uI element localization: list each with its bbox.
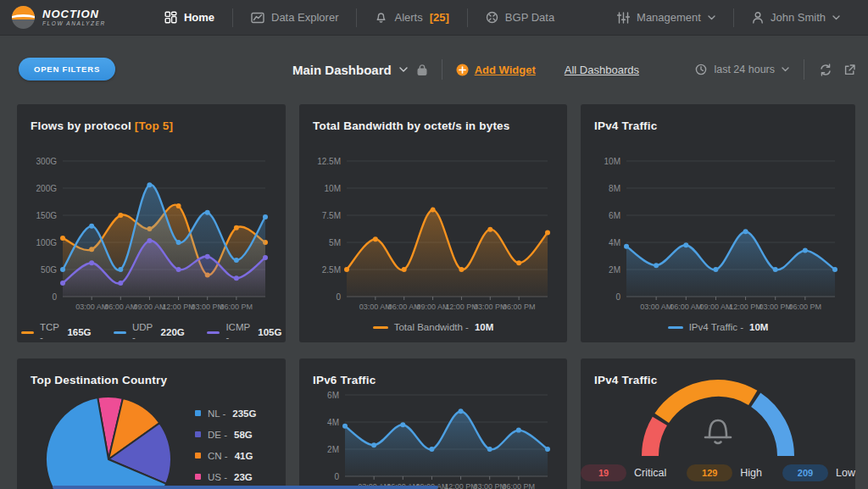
nav-item-label: Alerts	[394, 11, 422, 24]
open-filters-button[interactable]: OPEN FILTERS	[19, 58, 115, 81]
legend-swatch	[373, 326, 388, 329]
svg-text:6M: 6M	[609, 211, 620, 220]
legend-item-us[interactable]: US - 23G	[195, 466, 256, 487]
ipv6-traffic-chart[interactable]: 6M4M2M003:00 AM06:00 AM09:00 AM12:00 PM0…	[313, 390, 554, 489]
legend-item-tcp[interactable]: TCP - 165G	[21, 322, 92, 342]
legend-item-de[interactable]: DE - 58G	[195, 424, 256, 445]
svg-text:4M: 4M	[327, 418, 339, 427]
bell-icon	[375, 11, 387, 24]
legend-swatch	[668, 326, 683, 329]
svg-text:300G: 300G	[36, 157, 58, 166]
widget-ipv4-traffic: IPv4 Traffic 10M8M6M4M2M003:00 AM06:00 A…	[581, 104, 855, 342]
nav-item-alerts[interactable]: Alerts [25]	[357, 0, 466, 35]
svg-text:06:00 AM: 06:00 AM	[670, 303, 702, 311]
chart-icon	[251, 12, 264, 24]
brand-logo[interactable]: NOCTION FLOW ANALYZER	[12, 6, 106, 29]
management-label: Management	[637, 11, 701, 24]
nav-item-data-explorer[interactable]: Data Explorer	[233, 0, 356, 35]
svg-text:0: 0	[336, 292, 341, 302]
legend-item-udp[interactable]: UDP - 220G	[114, 322, 185, 342]
add-widget-button[interactable]: Add Widget	[456, 64, 536, 76]
time-range-label: last 24 hours	[714, 64, 775, 75]
nav-item-label: BGP Data	[505, 11, 554, 24]
svg-text:12:00 PM: 12:00 PM	[445, 303, 478, 311]
bgp-globe-icon	[486, 11, 498, 24]
legend-swatch	[195, 410, 201, 416]
svg-text:06:00 PM: 06:00 PM	[220, 303, 253, 311]
widget-title: IPv4 Traffic	[594, 119, 842, 132]
all-dashboards-link[interactable]: All Dashboards	[565, 64, 639, 76]
svg-text:09:00 AM: 09:00 AM	[417, 303, 449, 311]
svg-text:03:00 AM: 03:00 AM	[75, 303, 108, 311]
badge-label: Critical	[634, 467, 666, 479]
chevron-down-icon	[832, 15, 840, 20]
badge-high: 129 High	[687, 464, 762, 481]
svg-text:0: 0	[52, 292, 57, 302]
ipv4-traffic-chart[interactable]: 10M8M6M4M2M003:00 AM06:00 AM09:00 AM12:0…	[594, 153, 842, 319]
nav-item-bgp-data[interactable]: BGP Data	[468, 0, 572, 35]
legend-item-total-bandwidth[interactable]: Total Bandwidth - 10M	[373, 322, 494, 332]
svg-text:0: 0	[334, 472, 339, 481]
widget-title: Total Bandwidth by octet/s in bytes	[313, 119, 554, 132]
svg-text:03:00 AM: 03:00 AM	[359, 303, 392, 311]
svg-text:2M: 2M	[609, 265, 620, 275]
partially-visible-element	[53, 486, 438, 489]
widget-ipv6-traffic: IPv6 Traffic 6M4M2M003:00 AM06:00 AM09:0…	[299, 358, 567, 489]
legend-item-icmp[interactable]: ICMP - 105G	[207, 322, 282, 342]
add-widget-label: Add Widget	[475, 64, 536, 76]
svg-text:03:00 PM: 03:00 PM	[474, 303, 507, 311]
refresh-icon[interactable]	[819, 64, 832, 76]
alert-badges-row: 19 Critical 129 High 209 Low	[581, 464, 855, 481]
badge-low: 209 Low	[782, 464, 855, 481]
badge-critical: 19 Critical	[581, 464, 666, 481]
management-menu[interactable]: Management	[599, 0, 733, 35]
top-nav: NOCTION FLOW ANALYZER Home Data Explorer…	[0, 0, 868, 36]
svg-text:03:00 PM: 03:00 PM	[191, 303, 224, 311]
svg-text:03:00 PM: 03:00 PM	[759, 303, 792, 311]
noction-logo-icon	[12, 6, 35, 29]
svg-text:09:00 AM: 09:00 AM	[699, 303, 732, 311]
svg-text:06:00 PM: 06:00 PM	[503, 303, 536, 311]
chart-legend: Total Bandwidth - 10M	[313, 322, 554, 332]
legend-swatch	[114, 331, 126, 334]
svg-text:2M: 2M	[327, 445, 339, 454]
toolbar-divider	[804, 59, 804, 80]
legend-swatch	[195, 453, 201, 458]
widget-total-bandwidth: Total Bandwidth by octet/s in bytes 12.5…	[299, 104, 567, 342]
sliders-icon	[617, 12, 630, 24]
open-in-new-icon[interactable]	[843, 64, 856, 76]
svg-text:7.5M: 7.5M	[322, 211, 341, 220]
dashboard-selector[interactable]: Main Dashboard	[292, 63, 408, 77]
nav-item-home[interactable]: Home	[147, 0, 232, 35]
svg-text:4M: 4M	[609, 238, 620, 247]
widget-flows-by-protocol: Flows by protocol [Top 5] 300G200G150G10…	[17, 104, 286, 342]
brand-name: NOCTION	[42, 8, 106, 19]
svg-text:06:00 AM: 06:00 AM	[388, 303, 420, 311]
chevron-down-icon	[782, 67, 789, 72]
svg-text:2.5M: 2.5M	[322, 265, 341, 275]
chart-legend: IPv4 Traffic - 10M	[594, 322, 842, 332]
user-menu[interactable]: John Smith	[734, 0, 858, 35]
svg-text:12:00 PM: 12:00 PM	[729, 303, 762, 311]
dashboard-title-group: Main Dashboard Add Widget All Dashboards	[292, 51, 639, 88]
low-count-pill: 209	[782, 464, 828, 481]
time-range-group: last 24 hours	[695, 51, 856, 88]
svg-text:10M: 10M	[325, 184, 341, 193]
time-range-selector[interactable]: last 24 hours	[695, 64, 789, 75]
nav-item-label: Data Explorer	[271, 11, 338, 24]
flows-by-protocol-chart[interactable]: 300G200G150G100G50G003:00 AM06:00 AM09:0…	[31, 153, 272, 319]
svg-text:50G: 50G	[41, 265, 57, 275]
svg-text:06:00 PM: 06:00 PM	[503, 482, 536, 489]
lock-icon[interactable]	[416, 64, 428, 76]
legend-item-cn[interactable]: CN - 41G	[195, 445, 256, 466]
legend-swatch	[195, 474, 201, 480]
svg-text:09:00 AM: 09:00 AM	[133, 303, 165, 311]
svg-text:6M: 6M	[327, 391, 339, 400]
critical-count-pill: 19	[581, 464, 626, 481]
chart-legend: TCP - 165G UDP - 220G ICMP - 105G	[31, 322, 272, 342]
badge-label: Low	[836, 467, 855, 479]
widget-ipv4-traffic-gauge: IPv4 Traffic 19 Critical 129 High 209 Lo…	[581, 358, 855, 489]
total-bandwidth-chart[interactable]: 12.5M10M7.5M5M2.5M003:00 AM06:00 AM09:00…	[313, 153, 554, 319]
legend-item-nl[interactable]: NL - 235G	[195, 403, 256, 424]
legend-item-ipv4[interactable]: IPv4 Traffic - 10M	[668, 322, 769, 332]
